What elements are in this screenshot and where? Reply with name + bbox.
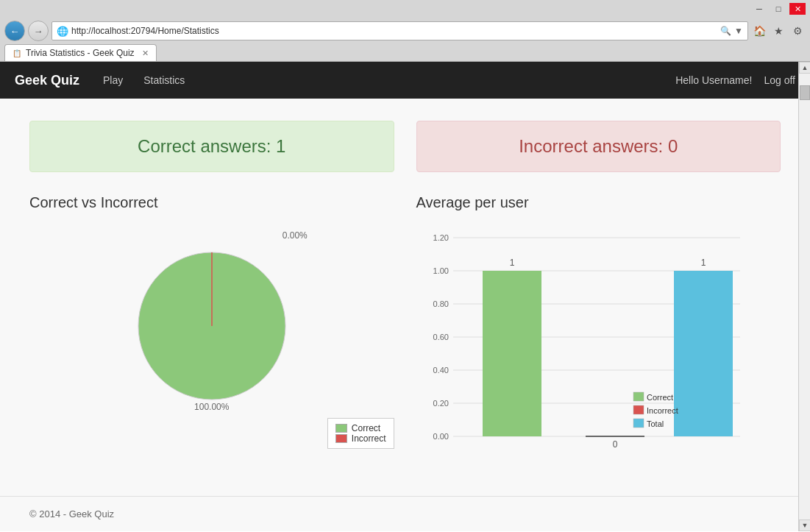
pie-chart-title: Correct vs Incorrect [29, 194, 394, 211]
pie-svg [102, 223, 322, 407]
footer: © 2014 - Geek Quiz [0, 496, 810, 531]
tab-favicon: 📋 [13, 49, 21, 57]
incorrect-answer-box: Incorrect answers: 0 [416, 121, 781, 172]
navbar-right: Hello Username! Log off [675, 74, 795, 86]
tab-title: Trivia Statistics - Geek Quiz [26, 48, 135, 58]
logoff-link[interactable]: Log off [764, 74, 795, 86]
correct-answer-box: Correct answers: 1 [29, 121, 394, 172]
bar-total [674, 271, 733, 436]
scroll-up-arrow[interactable]: ▲ [799, 62, 810, 74]
address-bar-icon: 🌐 [57, 26, 68, 37]
settings-icon[interactable]: ⚙ [789, 23, 806, 39]
answer-boxes: Correct answers: 1 Incorrect answers: 0 [29, 121, 781, 172]
svg-text:0.40: 0.40 [433, 366, 448, 375]
svg-rect-17 [633, 392, 644, 401]
dropdown-icon[interactable]: ▼ [734, 26, 743, 36]
tab-close-button[interactable]: ✕ [142, 49, 149, 58]
svg-text:1.20: 1.20 [433, 233, 448, 242]
bar-chart-svg: 1.20 1.00 0.80 0.60 0.40 0.20 0.00 1 [416, 223, 747, 458]
browser-toolbar-right: 🏠 ★ ⚙ [751, 23, 806, 39]
pie-legend-correct-label: Correct [352, 423, 380, 433]
favorites-icon[interactable]: ★ [770, 23, 786, 39]
nav-statistics[interactable]: Statistics [135, 64, 193, 96]
correct-answer-text: Correct answers: 1 [138, 136, 285, 156]
svg-text:0: 0 [612, 439, 617, 450]
active-tab[interactable]: 📋 Trivia Statistics - Geek Quiz ✕ [4, 44, 157, 61]
app-navbar: Geek Quiz Play Statistics Hello Username… [0, 62, 810, 99]
bar-chart-container: Average per user [416, 194, 781, 461]
address-icons: 🔍 ▼ [720, 26, 743, 36]
pie-chart-container: Correct vs Incorrect 0.00% 100.00% [29, 194, 394, 461]
svg-text:0.20: 0.20 [433, 399, 448, 408]
scrollbar[interactable]: ▲ ▼ [798, 62, 810, 531]
bar-correct [483, 271, 541, 436]
maximize-button[interactable]: □ [770, 3, 786, 15]
bar-chart-area: 1.20 1.00 0.80 0.60 0.40 0.20 0.00 1 [416, 223, 781, 461]
bar-chart-title: Average per user [416, 194, 781, 211]
svg-text:1.00: 1.00 [433, 266, 448, 275]
svg-rect-19 [633, 405, 644, 414]
pie-label-incorrect-pct: 0.00% [283, 230, 308, 241]
svg-text:0.00: 0.00 [433, 432, 448, 441]
charts-section: Correct vs Incorrect 0.00% 100.00% [29, 194, 781, 461]
app-wrapper: Geek Quiz Play Statistics Hello Username… [0, 62, 810, 531]
forward-button[interactable]: → [28, 21, 49, 41]
pie-visual: 0.00% 100.00% [102, 223, 322, 412]
title-bar: ─ □ ✕ [0, 0, 810, 18]
correct-swatch [335, 424, 347, 433]
browser-nav-bar: ← → 🌐 http://localhost:20794/Home/Statis… [0, 18, 810, 44]
svg-text:0.60: 0.60 [433, 333, 448, 341]
user-greeting: Hello Username! [675, 74, 752, 86]
svg-text:1: 1 [509, 258, 514, 268]
incorrect-swatch [335, 434, 347, 443]
window-controls: ─ □ ✕ [751, 3, 806, 15]
svg-text:0.80: 0.80 [433, 299, 448, 308]
close-button[interactable]: ✕ [789, 3, 806, 15]
pie-legend-incorrect: Incorrect [335, 433, 386, 444]
svg-text:1: 1 [700, 258, 706, 268]
search-icon[interactable]: 🔍 [720, 26, 731, 36]
footer-text: © 2014 - Geek Quiz [29, 508, 114, 519]
minimize-button[interactable]: ─ [751, 3, 767, 15]
svg-rect-21 [633, 419, 644, 428]
main-content: Correct answers: 1 Incorrect answers: 0 … [0, 99, 810, 496]
pie-legend-incorrect-label: Incorrect [352, 433, 386, 444]
browser-tabs: 📋 Trivia Statistics - Geek Quiz ✕ [0, 44, 810, 61]
browser-chrome: ─ □ ✕ ← → 🌐 http://localhost:20794/Home/… [0, 0, 810, 62]
svg-text:Total: Total [647, 419, 664, 428]
pie-chart-wrapper: 0.00% 100.00% Correct [29, 223, 394, 449]
address-text: http://localhost:20794/Home/Statistics [71, 26, 720, 36]
svg-text:Correct: Correct [647, 393, 673, 402]
incorrect-answer-text: Incorrect answers: 0 [519, 136, 678, 156]
pie-legend: Correct Incorrect [327, 418, 394, 449]
nav-play[interactable]: Play [94, 64, 132, 96]
back-button[interactable]: ← [4, 21, 25, 41]
home-icon[interactable]: 🏠 [751, 23, 767, 39]
svg-text:Incorrect: Incorrect [647, 406, 678, 415]
scroll-down-arrow[interactable]: ▼ [799, 519, 810, 531]
pie-legend-correct: Correct [335, 423, 386, 433]
nav-links: Play Statistics [94, 64, 193, 96]
scrollbar-thumb[interactable] [800, 85, 810, 100]
brand-link[interactable]: Geek Quiz [15, 73, 79, 88]
address-bar[interactable]: 🌐 http://localhost:20794/Home/Statistics… [51, 21, 748, 40]
